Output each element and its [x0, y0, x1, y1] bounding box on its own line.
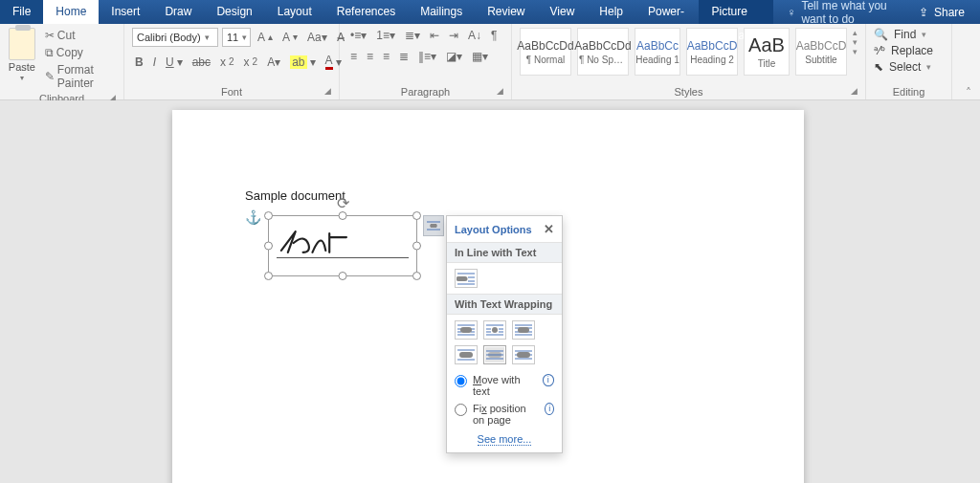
style-subtitle[interactable]: AaBbCcDSubtitle — [795, 28, 847, 76]
wrap-infront-text[interactable] — [512, 345, 535, 364]
wrap-tight[interactable] — [483, 320, 506, 340]
font-name-value: Calibri (Body) — [137, 32, 201, 43]
resize-handle-bl[interactable] — [264, 272, 273, 280]
underline-button[interactable]: U▾ — [163, 55, 186, 70]
line-spacing-button[interactable]: ‖≡▾ — [415, 49, 439, 64]
style-heading2[interactable]: AaBbCcDHeading 2 — [686, 28, 738, 76]
align-left-button[interactable]: ≡ — [347, 49, 360, 64]
document-page[interactable]: Sample document ⟳ ⚓ — [172, 110, 804, 483]
numbering-button[interactable]: 1≡▾ — [373, 28, 398, 43]
highlight-button[interactable]: ab▾ — [287, 55, 318, 70]
info-icon[interactable]: i — [545, 403, 554, 415]
font-name-combo[interactable]: Calibri (Body)▾ — [132, 28, 218, 47]
styles-gallery-expand[interactable]: ▾ — [853, 47, 858, 56]
grow-font-button[interactable]: A▴ — [255, 30, 276, 45]
style-heading1[interactable]: AaBbCcHeading 1 — [635, 28, 680, 76]
find-button[interactable]: 🔍Find▾ — [874, 28, 926, 41]
layout-options-button[interactable] — [423, 215, 444, 236]
wrap-inline[interactable] — [455, 269, 478, 288]
justify-button[interactable]: ≣ — [396, 49, 412, 64]
sort-button[interactable]: A↓ — [465, 28, 484, 43]
tab-review[interactable]: Review — [475, 0, 537, 24]
resize-handle-b[interactable] — [339, 272, 347, 280]
tab-mailings[interactable]: Mailings — [408, 0, 475, 24]
rotate-handle[interactable]: ⟳ — [337, 194, 349, 212]
bold-button[interactable]: B — [132, 55, 146, 70]
style-title[interactable]: AaBTitle — [744, 28, 790, 76]
bullets-button[interactable]: •≡▾ — [347, 28, 369, 43]
tab-references[interactable]: References — [324, 0, 408, 24]
show-marks-button[interactable]: ¶ — [488, 28, 500, 43]
tab-design[interactable]: Design — [204, 0, 264, 24]
resize-handle-t[interactable] — [339, 211, 347, 220]
align-center-button[interactable]: ≡ — [364, 49, 376, 64]
shading-button[interactable]: ◪▾ — [443, 49, 465, 64]
cut-button[interactable]: ✂Cut — [42, 28, 116, 43]
resize-handle-l[interactable] — [264, 242, 273, 251]
tab-view[interactable]: View — [538, 0, 588, 24]
tab-help[interactable]: Help — [587, 0, 635, 24]
resize-handle-br[interactable] — [412, 272, 421, 280]
style-normal[interactable]: AaBbCcDd¶ Normal — [520, 28, 571, 76]
tab-file[interactable]: File — [0, 0, 43, 24]
strikethrough-button[interactable]: abc — [189, 55, 213, 70]
text-effects-button[interactable]: A▾ — [264, 55, 283, 70]
italic-button[interactable]: I — [150, 55, 159, 70]
radio-move-with-text[interactable]: Move with text i — [455, 374, 554, 397]
font-dialog-launcher[interactable]: ◢ — [324, 86, 331, 96]
shrink-font-button[interactable]: A▾ — [279, 30, 301, 45]
selected-picture[interactable] — [268, 215, 417, 276]
align-right-button[interactable]: ≡ — [380, 49, 392, 64]
radio-fix-label: Fix position on page — [473, 403, 539, 426]
styles-scroll-up[interactable]: ▴ — [853, 28, 858, 37]
paste-button[interactable]: Paste ▾ — [8, 28, 36, 82]
paragraph-dialog-launcher[interactable]: ◢ — [497, 86, 503, 96]
radio-move-with-text-input[interactable] — [455, 375, 467, 387]
see-more-link[interactable]: See more... — [478, 433, 532, 446]
layout-options-popover: Layout Options ✕ In Line with Text With … — [446, 215, 563, 453]
tab-picture-format[interactable]: Picture Format — [699, 0, 773, 24]
copy-button[interactable]: ⧉Copy — [42, 45, 116, 60]
styles-dialog-launcher[interactable]: ◢ — [851, 86, 858, 96]
popover-close-button[interactable]: ✕ — [544, 222, 554, 236]
wrap-topbottom[interactable] — [455, 345, 478, 364]
decrease-indent-button[interactable]: ⇤ — [427, 28, 442, 43]
borders-button[interactable]: ▦▾ — [469, 49, 491, 64]
paste-dropdown-icon[interactable]: ▾ — [20, 74, 24, 82]
replace-button[interactable]: ᵃ⁄ᵇReplace — [874, 44, 933, 57]
share-button[interactable]: ⇪ Share — [903, 0, 980, 24]
tab-home[interactable]: Home — [43, 0, 99, 24]
multilevel-list-button[interactable]: ≣▾ — [402, 28, 423, 43]
document-body-text[interactable]: Sample document — [245, 188, 345, 203]
tab-draw[interactable]: Draw — [152, 0, 204, 24]
info-icon[interactable]: i — [543, 374, 554, 386]
resize-handle-tr[interactable] — [412, 211, 421, 220]
object-anchor-icon[interactable]: ⚓ — [245, 209, 261, 225]
change-case-button[interactable]: Aa▾ — [304, 30, 330, 45]
font-size-combo[interactable]: 11▾ — [222, 28, 251, 47]
tell-me-search[interactable]: ♀ Tell me what you want to do — [773, 0, 903, 24]
collapse-ribbon-button[interactable]: ˄ — [957, 24, 980, 99]
resize-handle-tl[interactable] — [264, 211, 273, 220]
wrap-square[interactable] — [455, 320, 478, 340]
resize-handle-r[interactable] — [412, 242, 421, 251]
group-editing: 🔍Find▾ ᵃ⁄ᵇReplace ⬉Select▾ Editing — [866, 24, 952, 99]
wrap-through[interactable] — [512, 320, 535, 340]
copy-icon: ⧉ — [45, 46, 54, 59]
format-painter-label: Format Painter — [57, 63, 113, 90]
wrap-behind-text[interactable] — [483, 345, 506, 364]
tab-power-user[interactable]: Power-user — [635, 0, 699, 24]
tab-insert[interactable]: Insert — [99, 0, 152, 24]
styles-scroll-down[interactable]: ▾ — [853, 37, 858, 47]
select-button[interactable]: ⬉Select▾ — [874, 60, 931, 74]
style-name: Subtitle — [805, 55, 836, 65]
style-sample: AaBbCcD — [687, 39, 738, 53]
style-no-spacing[interactable]: AaBbCcDd¶ No Spac... — [577, 28, 629, 76]
format-painter-button[interactable]: ✎Format Painter — [42, 62, 116, 91]
tab-layout[interactable]: Layout — [265, 0, 324, 24]
radio-fix-position[interactable]: Fix position on page i — [455, 403, 554, 426]
radio-fix-position-input[interactable] — [455, 404, 467, 416]
subscript-button[interactable]: x2 — [217, 55, 237, 70]
increase-indent-button[interactable]: ⇥ — [446, 28, 461, 43]
superscript-button[interactable]: x2 — [241, 55, 261, 70]
